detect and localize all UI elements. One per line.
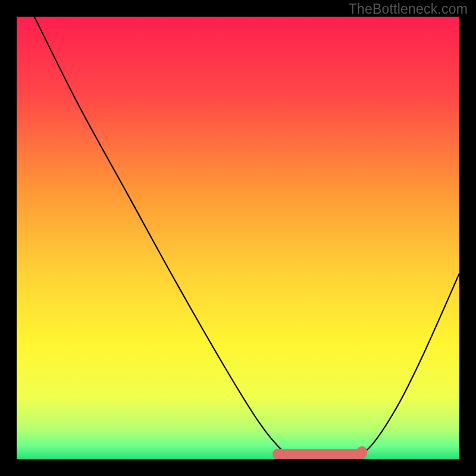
plot-area — [17, 17, 459, 459]
watermark-text: TheBottleneck.com — [349, 1, 468, 17]
chart-svg — [17, 17, 459, 459]
optimal-range-end-dot — [356, 446, 367, 457]
chart-frame: TheBottleneck.com — [0, 0, 476, 476]
gradient-background — [17, 17, 459, 459]
optimal-range-start-dot — [273, 449, 283, 459]
